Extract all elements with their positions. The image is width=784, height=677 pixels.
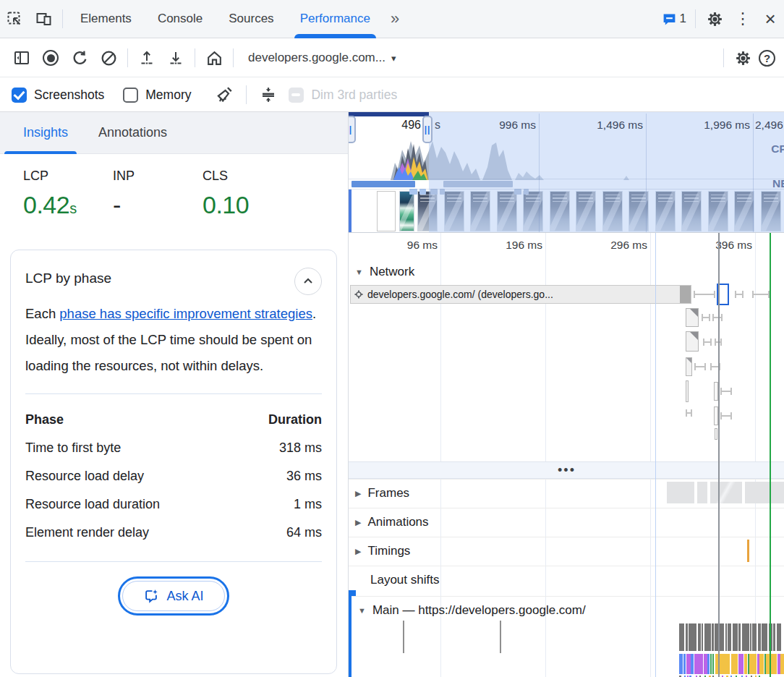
close-icon: × bbox=[764, 8, 775, 30]
divider bbox=[25, 561, 322, 562]
close-devtools-button[interactable]: × bbox=[757, 8, 784, 30]
tab-annotations[interactable]: Annotations bbox=[88, 112, 177, 154]
help-button[interactable]: ? bbox=[759, 50, 775, 67]
block-icon bbox=[100, 49, 118, 67]
request-whisker bbox=[720, 388, 732, 395]
divider bbox=[723, 48, 724, 67]
overview-tick: 996 ms bbox=[471, 119, 536, 132]
table-row: Resource load duration 1 ms bbox=[25, 490, 322, 519]
improvement-strategies-link[interactable]: phase has specific improvement strategie… bbox=[59, 306, 312, 321]
active-tab-underline bbox=[294, 34, 376, 38]
memory-checkbox[interactable] bbox=[123, 88, 138, 103]
resize-dots-icon: ••• bbox=[558, 467, 576, 474]
net-track-label: NET bbox=[772, 177, 784, 190]
dim-3rd-parties-checkbox[interactable] bbox=[289, 88, 304, 103]
toggle-sidebar-button[interactable] bbox=[7, 45, 36, 71]
settings-button[interactable] bbox=[700, 6, 729, 32]
ruler-tick: 196 ms bbox=[477, 239, 542, 252]
metric-lcp: LCP 0.42s bbox=[23, 169, 113, 219]
chevron-up-icon bbox=[302, 276, 314, 287]
collapse-icon bbox=[260, 86, 277, 103]
request-label: developers.google.com/ (developers.go... bbox=[367, 289, 553, 300]
track-label: Layout shifts bbox=[370, 573, 439, 587]
network-request-box[interactable] bbox=[686, 380, 689, 402]
reload-icon bbox=[71, 49, 89, 67]
issues-button[interactable]: 1 bbox=[657, 12, 691, 27]
main-task-tick bbox=[403, 621, 404, 653]
lcp-by-phase-card: LCP by phase Each phase has specific imp… bbox=[10, 250, 337, 674]
record-and-reload-button[interactable] bbox=[65, 45, 94, 71]
capture-settings-button[interactable] bbox=[728, 45, 757, 71]
fcp-marker-line bbox=[770, 233, 771, 677]
overview-tick: 1,996 ms bbox=[685, 119, 750, 132]
network-request-box[interactable] bbox=[715, 428, 717, 440]
network-activity-bar bbox=[351, 181, 415, 187]
overview-tick: 2,496 ms bbox=[755, 119, 784, 132]
more-tabs-button[interactable]: » bbox=[383, 9, 406, 28]
inspect-element-button[interactable] bbox=[0, 6, 29, 32]
request-bar-cap bbox=[680, 286, 691, 303]
core-web-vitals: LCP 0.42s INP - CLS 0.10 bbox=[0, 154, 348, 229]
devtools-tab-bar: Elements Console Sources Performance » 1 bbox=[0, 0, 784, 38]
ask-ai-button[interactable]: Ask AI bbox=[118, 576, 229, 616]
main-track-selection-edge bbox=[349, 592, 351, 677]
track-label: Main — https://developers.google.com/ bbox=[372, 603, 586, 618]
save-profile-button[interactable] bbox=[161, 45, 190, 71]
network-request-box[interactable] bbox=[686, 308, 699, 327]
collapse-tracks-button[interactable] bbox=[254, 82, 283, 108]
tab-performance[interactable]: Performance bbox=[287, 0, 383, 38]
network-request-box[interactable] bbox=[686, 357, 692, 376]
tab-console[interactable]: Console bbox=[145, 0, 216, 38]
overview-tick: 1,496 ms bbox=[578, 119, 643, 132]
timeline-tracks[interactable]: 96 ms 196 ms 296 ms 396 ms ▼ Network dev… bbox=[349, 233, 784, 677]
collapse-card-button[interactable] bbox=[294, 268, 322, 295]
phase-duration: 64 ms bbox=[286, 519, 322, 547]
clear-recording-button[interactable] bbox=[94, 45, 123, 71]
main-flame-chart[interactable] bbox=[679, 623, 784, 677]
tab-sources[interactable]: Sources bbox=[216, 0, 286, 38]
capture-options-bar: Screenshots Memory Dim 3rd parties bbox=[0, 78, 784, 112]
request-whisker bbox=[702, 314, 710, 321]
network-request-box[interactable] bbox=[686, 331, 699, 352]
frame-thumbnail bbox=[697, 482, 707, 503]
overview-window-left-edge bbox=[349, 190, 351, 232]
filmstrip-screenshot bbox=[377, 191, 396, 231]
load-profile-button[interactable] bbox=[132, 45, 161, 71]
more-options-button[interactable]: ⋮ bbox=[729, 9, 757, 28]
tab-label: Annotations bbox=[98, 125, 167, 140]
overview-window-right-handle[interactable]: || bbox=[422, 116, 433, 143]
main-task-tick bbox=[500, 621, 501, 653]
tab-bar-right: 1 ⋮ × bbox=[657, 6, 784, 32]
column-phase: Phase bbox=[25, 406, 64, 434]
issues-count: 1 bbox=[680, 12, 686, 26]
home-button[interactable] bbox=[200, 45, 229, 71]
download-icon bbox=[167, 49, 184, 67]
network-request-bar[interactable]: developers.google.com/ (developers.go... bbox=[350, 285, 691, 304]
phase-table: Phase Duration Time to first byte 318 ms… bbox=[25, 406, 322, 547]
help-icon: ? bbox=[764, 52, 770, 64]
tab-label: Insights bbox=[23, 125, 68, 140]
track-label: Timings bbox=[367, 544, 410, 558]
timeline-overview[interactable]: 496 s 996 ms 1,496 ms 1,996 ms 2,496 ms … bbox=[349, 112, 784, 233]
tab-label: Console bbox=[158, 12, 203, 26]
inspect-cursor-icon bbox=[6, 10, 23, 27]
device-toolbar-button[interactable] bbox=[29, 6, 58, 32]
history-dropdown[interactable]: developers.google.com... ▾ bbox=[238, 51, 406, 65]
record-button[interactable] bbox=[36, 45, 65, 71]
frame-thumbnail bbox=[745, 482, 784, 503]
metric-unit: s bbox=[69, 200, 77, 216]
overview-window-left-handle[interactable]: | bbox=[349, 116, 356, 143]
divider bbox=[195, 48, 195, 67]
table-row: Element render delay 64 ms bbox=[25, 519, 322, 547]
tab-insights[interactable]: Insights bbox=[13, 112, 78, 154]
ask-ai-label: Ask AI bbox=[166, 589, 203, 604]
metric-label: LCP bbox=[23, 169, 113, 184]
tab-elements[interactable]: Elements bbox=[67, 0, 145, 38]
metric-cls: CLS 0.10 bbox=[203, 169, 249, 219]
screenshots-checkbox[interactable] bbox=[12, 88, 27, 103]
collect-garbage-button[interactable] bbox=[210, 82, 239, 108]
divider bbox=[127, 48, 128, 67]
gear-icon bbox=[354, 290, 363, 299]
phase-duration: 1 ms bbox=[294, 490, 322, 519]
column-duration: Duration bbox=[268, 406, 322, 434]
